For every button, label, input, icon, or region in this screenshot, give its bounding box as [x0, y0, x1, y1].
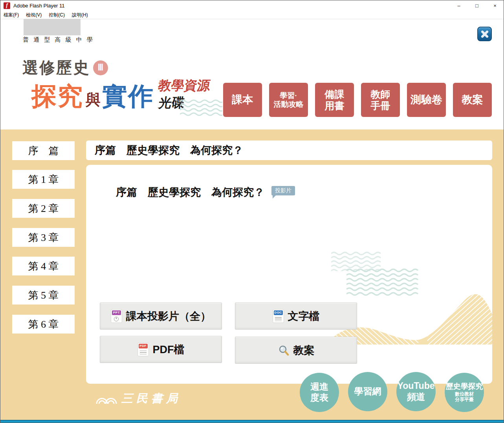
window-controls: – □ × — [450, 0, 504, 11]
menu-item-control[interactable]: 控制(C) — [49, 12, 65, 18]
close-icon[interactable]: × — [486, 0, 504, 11]
series-title-row: 選修歷史 Ⅲ — [22, 57, 108, 78]
nav-button-lesson-prep[interactable]: 備課用書 — [315, 83, 354, 117]
series-title: 選修歷史 — [22, 57, 90, 78]
publisher-name: 三民書局 — [121, 391, 181, 407]
flash-player-icon: f — [4, 2, 10, 9]
sidebar-item-chapter5[interactable]: 第 5 章 — [12, 286, 75, 304]
title-explore: 探究 — [31, 79, 83, 113]
nav-button-lesson-plans[interactable]: 教案 — [453, 83, 492, 117]
nav-button-textbook[interactable]: 課本 — [223, 83, 262, 117]
volume-badge: Ⅲ — [93, 60, 108, 75]
title-practice: 實作 — [102, 79, 154, 113]
menu-bar: 檔案(F) 檢視(V) 控制(C) 說明(H) — [0, 11, 504, 19]
hill-decoration — [334, 286, 492, 345]
text-file-button[interactable]: DOC 文字檔 — [235, 303, 357, 330]
menu-item-view[interactable]: 檢視(V) — [26, 12, 42, 18]
slide-tag: 投影片 — [271, 186, 295, 195]
nav-button-teacher-manual[interactable]: 教師手冊 — [361, 83, 400, 117]
window-title: Adobe Flash Player 11 — [13, 3, 65, 9]
pdf-file-icon: PDF — [137, 343, 149, 356]
magnifier-icon — [278, 345, 290, 356]
doc-file-icon: DOC — [273, 309, 284, 323]
sidebar-item-chapter3[interactable]: 第 3 章 — [12, 228, 75, 247]
sidebar-item-intro[interactable]: 序 篇 — [12, 141, 75, 160]
resource-nav: 課本 學習·活動攻略 備課用書 教師手冊 測驗卷 教案 — [223, 83, 492, 117]
wave-decoration-banner — [180, 99, 222, 117]
main-area: 序 篇 第 1 章 第 2 章 第 3 章 第 4 章 第 5 章 第 6 章 … — [0, 129, 504, 420]
sidebar-item-chapter4[interactable]: 第 4 章 — [12, 257, 75, 275]
close-app-button[interactable] — [477, 27, 492, 41]
menu-item-help[interactable]: 說明(H) — [72, 12, 88, 18]
publisher-arch-icon — [95, 393, 117, 405]
title-and: 與 — [86, 90, 101, 110]
school-type-label: 普 通 型 高 級 中 學 — [23, 36, 94, 44]
youtube-channel-link[interactable]: YouTube 頻道 — [396, 372, 436, 411]
content-panel: 序篇 歷史學探究 為何探究？ 投影片 — [86, 165, 492, 384]
history-platform-link[interactable]: 歷史學探究 數位教材 分享平臺 — [445, 373, 484, 412]
maximize-icon[interactable]: □ — [468, 0, 486, 11]
sidebar-item-chapter1[interactable]: 第 1 章 — [12, 170, 75, 189]
top-banner: 普 通 型 高 級 中 學 選修歷史 Ⅲ 探究 與 實作 教學資源 光碟 課本 — [0, 20, 504, 129]
window-titlebar: f Adobe Flash Player 11 – □ × — [0, 0, 504, 11]
lesson-plan-button[interactable]: 教案 — [235, 337, 357, 364]
learning-site-link[interactable]: 學習網 — [348, 372, 387, 411]
bottom-accent-bar — [0, 420, 504, 423]
sidebar-item-chapter2[interactable]: 第 2 章 — [12, 199, 75, 218]
minimize-icon[interactable]: – — [450, 0, 468, 11]
nav-button-learning-guide[interactable]: 學習·活動攻略 — [269, 83, 308, 117]
textbook-slides-button[interactable]: PPT 課本投影片（全） — [100, 303, 222, 330]
ppt-file-icon: PPT — [111, 309, 122, 323]
weekly-schedule-link[interactable]: 週進 度表 — [300, 373, 339, 412]
resource-label-line1: 教學資源 — [157, 77, 211, 95]
app-window: f Adobe Flash Player 11 – □ × 檔案(F) 檢視(V… — [0, 0, 504, 423]
main-title: 探究 與 實作 — [31, 79, 154, 113]
sidebar-item-chapter6[interactable]: 第 6 章 — [12, 315, 75, 334]
menu-item-file[interactable]: 檔案(F) — [4, 12, 19, 18]
nav-button-test-papers[interactable]: 測驗卷 — [407, 83, 446, 117]
section-header: 序篇 歷史學探究 為何探究？ — [86, 140, 492, 160]
pdf-file-button[interactable]: PDF PDF檔 — [100, 336, 222, 363]
close-x-icon — [480, 29, 490, 39]
content-title: 序篇 歷史學探究 為何探究？ — [116, 185, 264, 199]
publisher-logo-placeholder — [24, 19, 81, 35]
publisher-logo: 三民書局 — [95, 391, 181, 407]
